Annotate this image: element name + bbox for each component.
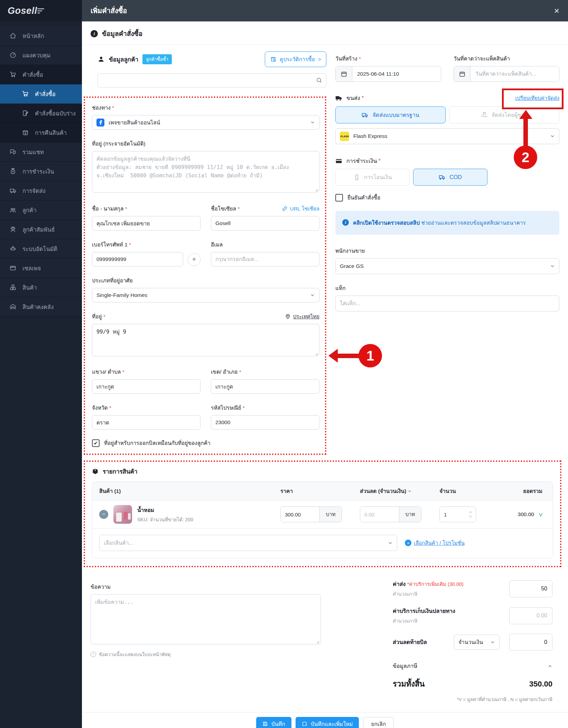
remove-product-button[interactable]: − [99, 510, 108, 519]
zipcode-field[interactable] [211, 415, 319, 430]
tag-label: แท็ก [335, 284, 559, 292]
hand-box-icon [481, 112, 488, 119]
annotation-arrow-1-shaft [337, 354, 360, 358]
row-total: 300.00 V [494, 511, 546, 517]
sidebar-item-home[interactable]: หน้าหลัก [0, 26, 82, 46]
name-field[interactable] [92, 216, 201, 231]
ship-by-seller-button[interactable]: จัดส่งโดยผู้ขาย [449, 106, 559, 123]
sidebar-item-orders[interactable]: คำสั่งซื้อ [0, 84, 82, 104]
chevron-up-icon [548, 664, 552, 669]
social-url-link[interactable]: URL โซเซียล [282, 205, 319, 213]
residence-type-select[interactable]: Single-Family Homes [92, 288, 319, 302]
created-date-field[interactable] [352, 66, 441, 82]
calendar-icon[interactable] [454, 66, 471, 82]
email-field[interactable] [211, 252, 319, 267]
sidebar-item-crm[interactable]: ลูกค้าสัมพันธ์ [0, 220, 82, 239]
billing-same-checkbox[interactable]: ✔ [92, 439, 100, 447]
browser-window-icon [10, 265, 16, 271]
annotated-region-products: รายการสินค้า สินค้า (1) ราคา ส่วนลด (จำน… [84, 460, 561, 567]
add-product-promotion-link[interactable]: + เลือกสินค้า / โปรโมชั่น [405, 539, 465, 547]
pay-cod-button[interactable]: COD [413, 169, 487, 186]
confirm-order-checkbox[interactable] [335, 194, 343, 202]
auto-address-textarea[interactable] [92, 151, 319, 193]
annotation-badge-2: 2 [514, 146, 537, 169]
province-field[interactable] [92, 415, 201, 430]
shipping-fee-input[interactable] [509, 580, 552, 597]
sidebar-item-orders-group[interactable]: คำสั่งซื้อ [0, 65, 82, 84]
sidebar-item-salepage[interactable]: เซลเพจ [0, 259, 82, 278]
sidebar-item-returns[interactable]: การคืนสินค้า [0, 123, 82, 142]
pack-date-input[interactable] [454, 66, 559, 82]
sidebar-item-dashboard[interactable]: แผงควบคุม [0, 46, 82, 65]
ship-standard-button[interactable]: จัดส่งแบบมาตรฐาน [335, 106, 446, 123]
tax-info-toggle[interactable]: ข้อมูลภาษี [393, 660, 552, 678]
sidebar-item-shipping[interactable]: การจัดส่ง [0, 181, 82, 200]
summary-block: ค่าส่ง *ค่าบริการเพิ่มเติม (30.00) คำนวณ… [393, 580, 552, 703]
price-input-group: บาท [280, 506, 342, 522]
sidebar-item-label: เซลเพจ [22, 264, 41, 273]
purchase-history-button[interactable]: ดูประวัติการซื้อ > [265, 52, 326, 67]
cancel-label: ยกเลิก [371, 720, 386, 728]
grand-total-label: รวมทั้งสิ้น [393, 678, 425, 690]
flash-express-icon: FLASH [340, 132, 349, 141]
sidebar-item-automation[interactable]: ระบบอัตโนมัติ [0, 239, 82, 259]
sidebar-item-draft-orders[interactable]: คำสั่งซื้อฉบับร่าง [0, 104, 82, 123]
stepper-down-icon[interactable] [468, 515, 473, 518]
slip-info-box[interactable]: i คลิกเปิดใช้งานตรวจสอบสลิป ช่วยอ่านและต… [335, 211, 559, 235]
sidebar-item-products[interactable]: สินค้า [0, 278, 82, 297]
sidebar-item-label: หน้าหลัก [22, 31, 44, 40]
boxes-icon [10, 284, 16, 291]
purchase-history-label: ดูประวัติการซื้อ [280, 55, 315, 64]
sidebar-item-label: ลูกค้า [22, 206, 36, 215]
country-link[interactable]: ประเทศไทย [285, 312, 319, 321]
district-field[interactable] [211, 379, 319, 394]
link-icon [282, 206, 288, 212]
channel-select[interactable]: เพจขายสินค้าออนไลน์ [92, 115, 319, 130]
social-name-field[interactable] [211, 216, 319, 231]
cancel-button[interactable]: ยกเลิก [363, 717, 394, 728]
subdistrict-field[interactable] [92, 379, 201, 394]
credit-card-icon [335, 158, 342, 165]
search-icon[interactable] [316, 77, 322, 83]
ship-standard-label: จัดส่งแบบมาตรฐาน [372, 111, 419, 119]
product-select[interactable]: เลือกสินค้า... [99, 535, 397, 551]
col-discount[interactable]: ส่วนลด (จำนวนเงิน) [360, 487, 421, 495]
sidebar-item-chats[interactable]: รวมแชท [0, 142, 82, 162]
shipping-extra-note: *ค่าบริการเพิ่มเติม (30.00) [407, 581, 464, 587]
address-textarea[interactable]: 99/9 หมู่ 9 [92, 324, 319, 356]
sidebar-item-label: แผงควบคุม [22, 51, 50, 60]
district-label: เขต/ อำเภอ [211, 367, 319, 376]
add-phone-button[interactable]: + [188, 253, 201, 266]
stepper-up-icon[interactable] [468, 511, 473, 514]
compare-shipping-link[interactable]: เปรียบเทียบค่าจัดส่ง [515, 94, 559, 102]
chat-icon [10, 149, 16, 155]
calendar-icon[interactable] [336, 66, 352, 82]
chevron-down-icon [310, 120, 315, 125]
created-date-input[interactable] [335, 66, 441, 82]
message-textarea[interactable] [91, 594, 321, 644]
bill-discount-type-select[interactable]: จำนวนเงิน [454, 635, 500, 650]
sidebar-item-payments[interactable]: การชำระเงิน [0, 162, 82, 181]
sidebar-item-inventory[interactable]: สินค้าคงคลัง [0, 297, 82, 317]
sidebar-item-customers[interactable]: ลูกค้า [0, 200, 82, 220]
chevron-down-icon [550, 134, 555, 139]
sidebar-item-label: สินค้าคงคลัง [22, 302, 54, 311]
tag-input[interactable] [335, 296, 559, 311]
save-button[interactable]: บันทึก [256, 717, 291, 728]
customer-search-input[interactable] [97, 73, 326, 87]
price-input[interactable] [281, 507, 319, 522]
save-and-new-button[interactable]: บันทึกและเพิ่มใหม่ [296, 717, 359, 728]
pack-date-field[interactable] [471, 66, 559, 82]
discount-input[interactable] [360, 507, 399, 522]
col-total: ยอดรวม [494, 487, 546, 495]
salesperson-select[interactable]: Grace GS [335, 258, 559, 274]
phone-field[interactable] [92, 252, 183, 267]
email-label: อีเมล [211, 240, 319, 249]
pay-transfer-button[interactable]: การโอนเงิน [335, 169, 410, 186]
facebook-icon [96, 119, 104, 127]
cod-truck-icon [439, 174, 446, 181]
cod-fee-input[interactable] [509, 607, 552, 624]
bill-discount-input[interactable] [509, 634, 552, 651]
close-icon[interactable]: × [554, 6, 559, 15]
quantity-input[interactable] [440, 507, 465, 522]
